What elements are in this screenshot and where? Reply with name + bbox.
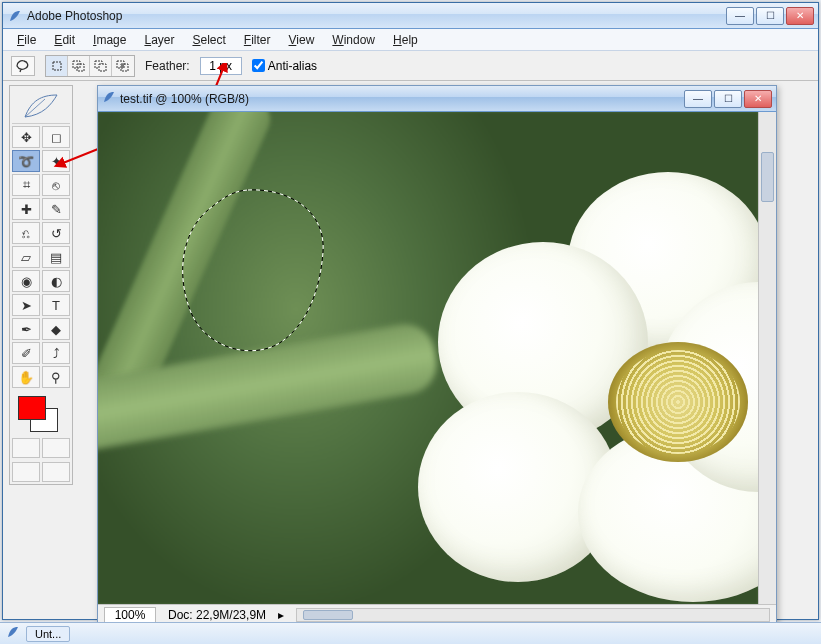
app-icon bbox=[7, 8, 23, 24]
minimize-button[interactable]: — bbox=[726, 7, 754, 25]
app-title: Adobe Photoshop bbox=[27, 9, 726, 23]
brush-icon: ✎ bbox=[51, 202, 62, 217]
shape-icon: ◆ bbox=[51, 322, 61, 337]
tool-lasso[interactable]: ➰ bbox=[12, 150, 40, 172]
photoshop-feather-icon bbox=[12, 88, 70, 124]
doc-window-controls: — ☐ ✕ bbox=[684, 90, 772, 108]
document-statusbar: 100% Doc: 22,9M/23,9M ▸ bbox=[98, 604, 776, 624]
menu-window[interactable]: Window bbox=[324, 31, 383, 49]
document-size-label: Doc: 22,9M/23,9M bbox=[168, 608, 266, 622]
document-content bbox=[98, 112, 776, 604]
menubar: FileEditImageLayerSelectFilterViewWindow… bbox=[3, 29, 818, 51]
document-window[interactable]: test.tif @ 100% (RGB/8) — ☐ ✕ bbox=[97, 85, 777, 625]
history-brush-icon: ↺ bbox=[51, 226, 62, 241]
selection-new-button[interactable] bbox=[46, 56, 68, 76]
menu-help[interactable]: Help bbox=[385, 31, 426, 49]
tool-type[interactable]: T bbox=[42, 294, 70, 316]
canvas[interactable] bbox=[98, 112, 758, 604]
horizontal-scrollbar[interactable] bbox=[296, 608, 770, 622]
path-select-icon: ➤ bbox=[21, 298, 32, 313]
tool-pen[interactable]: ✒ bbox=[12, 318, 40, 340]
horizontal-scrollbar-thumb[interactable] bbox=[303, 610, 353, 620]
pen-icon: ✒ bbox=[21, 322, 32, 337]
menu-edit[interactable]: Edit bbox=[46, 31, 83, 49]
doc-close-button[interactable]: ✕ bbox=[744, 90, 772, 108]
quickmask-standard-button[interactable] bbox=[12, 438, 40, 458]
tool-brush[interactable]: ✎ bbox=[42, 198, 70, 220]
menu-file[interactable]: File bbox=[9, 31, 44, 49]
current-tool-icon[interactable] bbox=[11, 56, 35, 76]
tool-grid: ✥◻➰✦⌗⎋✚✎⎌↺▱▤◉◐➤T✒◆✐⤴✋⚲ bbox=[12, 126, 70, 388]
dodge-icon: ◐ bbox=[51, 274, 62, 289]
tool-hand[interactable]: ✋ bbox=[12, 366, 40, 388]
maximize-button[interactable]: ☐ bbox=[756, 7, 784, 25]
selection-subtract-button[interactable] bbox=[90, 56, 112, 76]
app-window: Adobe Photoshop — ☐ ✕ FileEditImageLayer… bbox=[2, 2, 819, 620]
doc-minimize-button[interactable]: — bbox=[684, 90, 712, 108]
menu-view[interactable]: View bbox=[281, 31, 323, 49]
lasso-icon: ➰ bbox=[18, 154, 34, 169]
document-icon bbox=[102, 90, 116, 107]
feather-input[interactable] bbox=[200, 57, 242, 75]
type-icon: T bbox=[52, 298, 60, 313]
selection-mode-group bbox=[45, 55, 135, 77]
feather-label: Feather: bbox=[145, 59, 190, 73]
foreground-color-swatch[interactable] bbox=[18, 396, 46, 420]
antialias-check-input[interactable] bbox=[252, 59, 265, 72]
tool-healing[interactable]: ✚ bbox=[12, 198, 40, 220]
menu-filter[interactable]: Filter bbox=[236, 31, 279, 49]
magic-wand-icon: ✦ bbox=[51, 154, 62, 169]
document-title: test.tif @ 100% (RGB/8) bbox=[120, 92, 684, 106]
menu-select[interactable]: Select bbox=[184, 31, 233, 49]
taskbar-item[interactable]: Unt... bbox=[26, 626, 70, 642]
rect-marquee-icon: ◻ bbox=[51, 130, 62, 145]
hand-icon: ✋ bbox=[18, 370, 34, 385]
notes-icon: ✐ bbox=[21, 346, 32, 361]
tool-gradient[interactable]: ▤ bbox=[42, 246, 70, 268]
jump-to-button[interactable] bbox=[42, 462, 70, 482]
tool-crop[interactable]: ⌗ bbox=[12, 174, 40, 196]
zoom-level-input[interactable]: 100% bbox=[104, 607, 156, 623]
tool-dodge[interactable]: ◐ bbox=[42, 270, 70, 292]
selection-intersect-button[interactable] bbox=[112, 56, 134, 76]
tool-notes[interactable]: ✐ bbox=[12, 342, 40, 364]
menu-layer[interactable]: Layer bbox=[136, 31, 182, 49]
statusbar-menu-icon[interactable]: ▸ bbox=[278, 608, 284, 622]
screen-mode-row bbox=[12, 438, 70, 458]
svg-rect-0 bbox=[53, 62, 61, 70]
blur-icon: ◉ bbox=[21, 274, 32, 289]
tool-shape[interactable]: ◆ bbox=[42, 318, 70, 340]
doc-maximize-button[interactable]: ☐ bbox=[714, 90, 742, 108]
tools-palette[interactable]: ✥◻➰✦⌗⎋✚✎⎌↺▱▤◉◐➤T✒◆✐⤴✋⚲ bbox=[9, 85, 73, 485]
tool-clone[interactable]: ⎌ bbox=[12, 222, 40, 244]
tool-eraser[interactable]: ▱ bbox=[12, 246, 40, 268]
quickmask-button[interactable] bbox=[42, 438, 70, 458]
svg-rect-7 bbox=[121, 64, 124, 68]
vertical-scrollbar[interactable] bbox=[758, 112, 776, 604]
tool-blur[interactable]: ◉ bbox=[12, 270, 40, 292]
menu-image[interactable]: Image bbox=[85, 31, 134, 49]
main-titlebar[interactable]: Adobe Photoshop — ☐ ✕ bbox=[3, 3, 818, 29]
healing-icon: ✚ bbox=[21, 202, 32, 217]
tool-zoom[interactable]: ⚲ bbox=[42, 366, 70, 388]
tool-magic-wand[interactable]: ✦ bbox=[42, 150, 70, 172]
selection-add-button[interactable] bbox=[68, 56, 90, 76]
document-titlebar[interactable]: test.tif @ 100% (RGB/8) — ☐ ✕ bbox=[98, 86, 776, 112]
taskbar-app-icon bbox=[6, 625, 20, 642]
tool-move[interactable]: ✥ bbox=[12, 126, 40, 148]
tool-slice[interactable]: ⎋ bbox=[42, 174, 70, 196]
screen-mode-button[interactable] bbox=[12, 462, 40, 482]
tool-rect-marquee[interactable]: ◻ bbox=[42, 126, 70, 148]
tool-history-brush[interactable]: ↺ bbox=[42, 222, 70, 244]
antialias-checkbox[interactable]: Anti-alias bbox=[252, 59, 317, 73]
eyedropper-icon: ⤴ bbox=[53, 346, 60, 361]
svg-rect-4 bbox=[99, 64, 106, 71]
eraser-icon: ▱ bbox=[21, 250, 31, 265]
taskbar: Unt... bbox=[0, 622, 821, 644]
move-icon: ✥ bbox=[21, 130, 32, 145]
tool-path-select[interactable]: ➤ bbox=[12, 294, 40, 316]
close-button[interactable]: ✕ bbox=[786, 7, 814, 25]
tool-eyedropper[interactable]: ⤴ bbox=[42, 342, 70, 364]
zoom-icon: ⚲ bbox=[51, 370, 61, 385]
vertical-scrollbar-thumb[interactable] bbox=[761, 152, 774, 202]
